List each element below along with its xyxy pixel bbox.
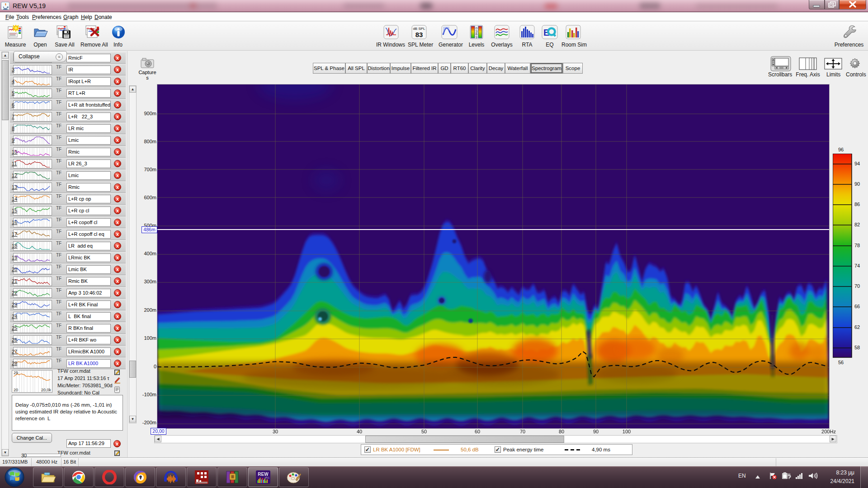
svg-text:dB SPL: dB SPL — [413, 27, 425, 31]
svg-text:9: 9 — [476, 36, 477, 39]
svg-text:6: 6 — [476, 33, 477, 36]
svg-text:V5.1: V5.1 — [265, 476, 270, 479]
svg-text:83: 83 — [415, 31, 423, 38]
svg-text:0: 0 — [476, 27, 477, 30]
